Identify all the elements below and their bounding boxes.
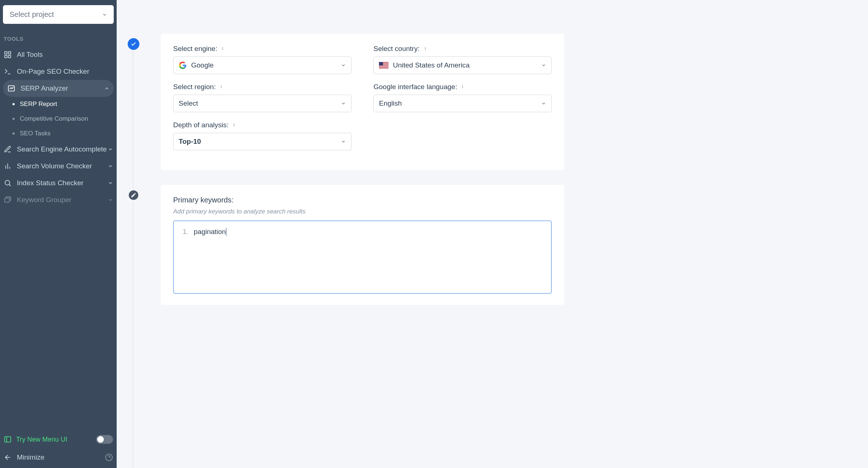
sidebar-item-label: On-Page SEO Checker	[17, 67, 89, 76]
arrow-left-icon	[4, 453, 12, 461]
check-icon	[131, 41, 136, 47]
sidebar-item-label: Index Status Checker	[17, 179, 84, 187]
flag-us-icon	[379, 62, 389, 69]
svg-point-27	[221, 85, 222, 85]
sidebar-item-label: Keyword Grouper	[17, 196, 72, 204]
sidebar-subitem-seo-tasks[interactable]: SEO Tasks	[9, 126, 117, 141]
sidebar-item-label: SEO Tasks	[20, 130, 51, 137]
sidebar-item-onpage-seo[interactable]: On-Page SEO Checker	[0, 63, 117, 80]
project-select-placeholder: Select project	[10, 10, 54, 19]
keyword-entry: 1. pagination	[183, 228, 542, 236]
keywords-hint: Add primary keywords to analyze search r…	[173, 208, 552, 215]
region-select[interactable]: Select	[173, 95, 351, 112]
folders-icon	[4, 196, 12, 204]
svg-rect-2	[5, 55, 7, 58]
help-icon[interactable]	[105, 453, 113, 461]
sidebar-item-serp-analyzer[interactable]: SERP Analyzer	[3, 80, 114, 97]
depth-label: Depth of analysis:	[173, 121, 351, 129]
sidebar-item-label: Search Volume Checker	[17, 162, 92, 170]
info-icon[interactable]	[219, 84, 224, 89]
bullet-icon	[12, 118, 15, 120]
svg-rect-11	[5, 198, 10, 202]
chart-line-icon	[7, 84, 15, 92]
info-icon[interactable]	[423, 46, 428, 51]
svg-rect-3	[8, 55, 11, 58]
chevron-down-icon	[108, 164, 113, 169]
chevron-down-icon	[108, 147, 113, 152]
try-new-menu-row: Try New Menu UI	[4, 432, 113, 447]
step-settings: Select engine: Google	[117, 34, 868, 185]
chevron-down-icon	[341, 63, 346, 68]
sidebar-item-index-status[interactable]: Index Status Checker	[0, 175, 117, 191]
sidebar-item-label: All Tools	[17, 51, 43, 59]
svg-rect-1	[8, 52, 11, 54]
step-badge-done	[128, 38, 139, 50]
layout-icon	[4, 435, 12, 443]
pencil-icon	[131, 192, 136, 198]
keyword-text: pagination	[194, 228, 226, 236]
region-label: Select region:	[173, 83, 351, 91]
pencil-icon	[4, 145, 12, 153]
sidebar-subitem-serp-report[interactable]: SERP Report	[9, 97, 117, 111]
keyword-number: 1.	[183, 228, 194, 236]
svg-rect-26	[379, 62, 383, 66]
chevron-down-icon	[341, 101, 346, 106]
sidebar-item-label: Competitive Comparison	[20, 115, 88, 123]
sidebar-item-search-volume[interactable]: Search Volume Checker	[0, 158, 117, 175]
svg-point-17	[223, 47, 223, 47]
keywords-card: Primary keywords: Add primary keywords t…	[161, 185, 564, 305]
main-content: Select engine: Google	[117, 0, 868, 468]
minimize-sidebar[interactable]: Minimize	[4, 447, 113, 464]
language-select[interactable]: English	[373, 95, 552, 112]
svg-point-9	[5, 180, 10, 185]
info-icon[interactable]	[220, 46, 225, 51]
try-new-label: Try New Menu UI	[16, 436, 67, 443]
chevron-down-icon	[108, 197, 113, 202]
chevron-down-icon	[102, 12, 107, 17]
info-icon[interactable]	[460, 84, 465, 89]
sidebar-item-keyword-grouper[interactable]: Keyword Grouper	[0, 191, 117, 208]
bullet-icon	[12, 132, 15, 135]
bullet-icon	[12, 103, 15, 105]
minimize-label: Minimize	[17, 453, 44, 461]
try-new-toggle[interactable]	[96, 435, 113, 444]
tools-section-label: TOOLS	[0, 27, 117, 46]
svg-point-29	[234, 123, 234, 124]
sidebar-nav: All Tools On-Page SEO Checker SERP Analy…	[0, 46, 117, 428]
depth-select[interactable]: Top-10	[173, 133, 351, 150]
sidebar-subitem-competitive-comparison[interactable]: Competitive Comparison	[9, 111, 117, 126]
engine-select[interactable]: Google	[173, 56, 351, 74]
sidebar-item-label: SERP Analyzer	[21, 84, 68, 92]
keywords-label: Primary keywords:	[173, 196, 552, 204]
project-select[interactable]: Select project	[3, 5, 114, 24]
country-select[interactable]: United States of America	[373, 56, 552, 74]
sidebar-item-autocomplete[interactable]: Search Engine Autocomplete	[0, 141, 117, 158]
country-label: Select country:	[373, 45, 552, 53]
svg-rect-24	[379, 67, 389, 67]
serp-analyzer-submenu: SERP Report Competitive Comparison SEO T…	[0, 97, 117, 141]
chevron-down-icon	[108, 180, 113, 186]
info-icon[interactable]	[231, 123, 237, 128]
step-badge-edit	[128, 189, 139, 201]
sidebar-item-label: Search Engine Autocomplete	[17, 145, 107, 153]
settings-card: Select engine: Google	[161, 34, 564, 170]
keywords-input[interactable]: 1. pagination	[173, 220, 552, 294]
google-icon	[179, 61, 187, 69]
step-keywords: Primary keywords: Add primary keywords t…	[117, 185, 868, 319]
svg-rect-25	[379, 67, 389, 68]
svg-rect-0	[5, 52, 7, 54]
svg-point-28	[463, 85, 463, 85]
sidebar-item-all-tools[interactable]: All Tools	[0, 46, 117, 63]
language-label: Google interface language:	[373, 83, 552, 91]
svg-rect-12	[5, 437, 11, 442]
chevron-down-icon	[541, 101, 546, 106]
svg-point-18	[425, 47, 425, 47]
sidebar-item-label: SERP Report	[20, 100, 57, 108]
svg-rect-23	[379, 66, 389, 66]
terminal-icon	[4, 67, 12, 76]
sidebar: Select project TOOLS All Tools On-Page S…	[0, 0, 117, 468]
chevron-up-icon	[104, 86, 109, 91]
bar-chart-icon	[4, 162, 12, 170]
svg-line-10	[9, 184, 11, 186]
search-icon	[4, 179, 12, 187]
